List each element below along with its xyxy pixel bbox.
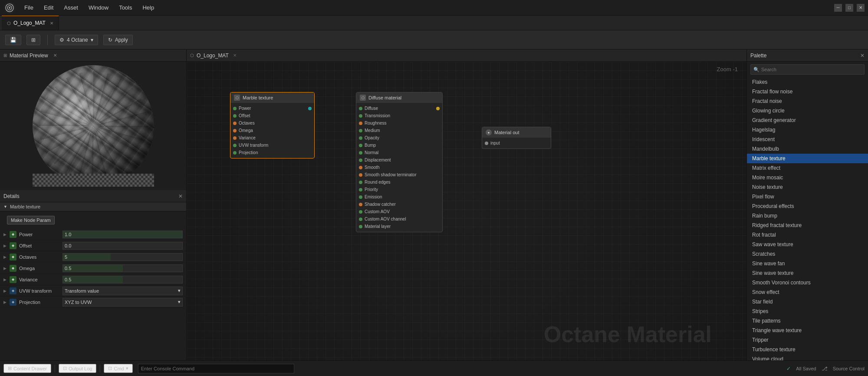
tab-icon: ⬡ (7, 21, 11, 26)
port-dot-input (485, 142, 488, 145)
param-expand-power[interactable]: ▶ (3, 232, 8, 237)
palette-item[interactable]: Fractal noise (747, 96, 868, 106)
param-value-projection[interactable]: XYZ to UVW ▾ (62, 298, 183, 307)
menu-window[interactable]: Window (87, 3, 110, 12)
palette-item[interactable]: Scratches (747, 249, 868, 259)
palette-item[interactable]: Moire mosaic (747, 173, 868, 182)
param-value-power[interactable]: 1.0 (62, 231, 183, 238)
apply-button[interactable]: ↻ Apply (103, 35, 133, 45)
port-label-material-layer: Material layer (365, 224, 391, 229)
canvas-area[interactable]: ⬡ O_Logo_MAT ✕ Zoom -1 Octane Material ⬡… (187, 49, 746, 360)
param-value-octaves[interactable]: 5 (62, 253, 183, 261)
close-button[interactable]: ✕ (857, 4, 865, 12)
menu-help[interactable]: Help (141, 3, 156, 12)
palette-item[interactable]: Stripes (747, 307, 868, 316)
palette-item[interactable]: Saw wave texture (747, 240, 868, 249)
port-custom-aov-ch: Custom AOV channel (356, 215, 442, 223)
save-button[interactable]: 💾 (5, 35, 21, 45)
port-smooth: Smooth (356, 164, 442, 171)
output-log-button[interactable]: ⊡ Output Log (59, 364, 96, 373)
console-input[interactable] (138, 364, 294, 373)
palette-item[interactable]: Rot fractal (747, 230, 868, 240)
palette-item[interactable]: Volume cloud (747, 354, 868, 360)
octane-button[interactable]: ⚙ 4 Octane ▾ (55, 35, 98, 45)
palette-item[interactable]: Procedural effects (747, 201, 868, 211)
palette-item[interactable]: Noise texture (747, 182, 868, 192)
port-round-edges: Round edges (356, 178, 442, 186)
port-dot-custom-aov (359, 210, 362, 214)
param-text-omega: 0.5 (65, 266, 71, 271)
palette-item[interactable]: Tile patterns (747, 316, 868, 326)
toolbar: 💾 ⊞ ⚙ 4 Octane ▾ ↻ Apply (0, 30, 868, 49)
marble-texture-section[interactable]: ▼ Marble texture (0, 202, 186, 211)
palette-search-input[interactable] (761, 65, 861, 74)
palette-item[interactable]: Iridescent (747, 135, 868, 144)
palette-item[interactable]: Pixel flow (747, 192, 868, 201)
status-right: ✓ All Saved ⎇ Source Control (786, 366, 865, 372)
content-drawer-button[interactable]: ⊞ Content Drawer (3, 364, 51, 373)
port-label-transmission: Transmission (365, 113, 390, 118)
palette-item[interactable]: Turbulence texture (747, 345, 868, 354)
param-expand-uvw[interactable]: ▶ (3, 289, 8, 293)
port-octaves: Octaves (230, 119, 314, 127)
palette-item[interactable]: Ridged fractal texture (747, 221, 868, 230)
canvas-tab-close[interactable]: ✕ (233, 53, 237, 58)
param-expand-offset[interactable]: ▶ (3, 244, 8, 248)
param-expand-octaves[interactable]: ▶ (3, 255, 8, 259)
preview-close-button[interactable]: ✕ (53, 53, 57, 58)
palette-item[interactable]: Mandelbulb (747, 144, 868, 154)
all-saved-icon: ✓ (786, 366, 791, 372)
port-priority: Priority (356, 186, 442, 193)
node-marble-texture[interactable]: ⬡ Marble texture Power Offset (230, 92, 315, 158)
palette-item[interactable]: Rain bump (747, 211, 868, 221)
canvas-content[interactable]: Zoom -1 Octane Material ⬡ Marble texture (187, 62, 746, 360)
port-label-smooth: Smooth (365, 165, 379, 170)
menu-tools[interactable]: Tools (117, 3, 134, 12)
palette-item[interactable]: Fractal flow noise (747, 87, 868, 96)
details-close-button[interactable]: ✕ (178, 193, 183, 199)
palette-item[interactable]: Matrix effect (747, 163, 868, 173)
palette-item[interactable]: Marble texture (747, 154, 868, 163)
param-value-variance[interactable]: 0.5 (62, 276, 183, 284)
palette-header: Palette ✕ (747, 49, 868, 62)
param-bar-variance (63, 276, 123, 283)
param-value-uvw[interactable]: Transform value ▾ (62, 287, 183, 295)
param-expand-omega[interactable]: ▶ (3, 266, 8, 270)
palette-item[interactable]: Flakes (747, 77, 868, 87)
param-value-omega[interactable]: 0.5 (62, 264, 183, 272)
node-material-out[interactable]: ● Material out input (482, 127, 551, 149)
param-text-variance: 0.5 (65, 277, 71, 282)
node-diffuse-material[interactable]: ⬡ Diffuse material Diffuse Transmission (356, 92, 443, 232)
port-dot-round-edges (359, 181, 362, 184)
settings-button[interactable]: ⊞ (26, 35, 40, 45)
palette-close-button[interactable]: ✕ (860, 53, 865, 59)
maximize-button[interactable]: □ (845, 4, 853, 12)
palette-item[interactable]: Triangle wave texture (747, 326, 868, 335)
tab-bar: ⬡ O_Logo_MAT ✕ (0, 16, 868, 30)
minimize-button[interactable]: ─ (834, 4, 842, 12)
palette-item[interactable]: Hagelslag (747, 125, 868, 135)
make-node-param-button[interactable]: Make Node Param (7, 216, 55, 224)
port-normal: Normal (356, 149, 442, 156)
param-value-offset[interactable]: 0.0 (62, 242, 183, 250)
port-label-round-edges: Round edges (365, 180, 391, 185)
palette-item[interactable]: Sine wave fan (747, 259, 868, 268)
palette-item[interactable]: Snow effect (747, 287, 868, 297)
menu-asset[interactable]: Asset (62, 3, 80, 12)
tab-material[interactable]: ⬡ O_Logo_MAT ✕ (2, 16, 59, 30)
param-expand-variance[interactable]: ▶ (3, 277, 8, 282)
tab-close-button[interactable]: ✕ (50, 21, 53, 26)
port-dot-shadow-catcher (359, 203, 362, 206)
param-expand-projection[interactable]: ▶ (3, 300, 8, 304)
palette-item[interactable]: Smooth Voronoi contours (747, 278, 868, 287)
palette-item[interactable]: Sine wave texture (747, 268, 868, 278)
menu-edit[interactable]: Edit (42, 3, 55, 12)
palette-item[interactable]: Tripper (747, 335, 868, 345)
palette-item[interactable]: Star field (747, 297, 868, 307)
palette-item[interactable]: Glowing circle (747, 106, 868, 115)
menu-file[interactable]: File (23, 3, 35, 12)
palette-item[interactable]: Gradient generator (747, 115, 868, 125)
cmd-button[interactable]: ⊡ Cmd ▾ (104, 364, 132, 373)
source-control-icon: ⎇ (822, 366, 828, 372)
port-label-medium: Medium (365, 128, 380, 133)
